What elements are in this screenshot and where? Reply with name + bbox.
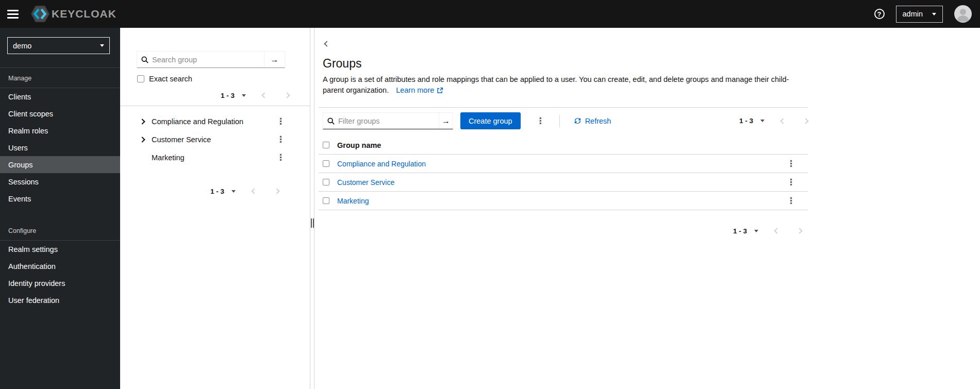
row-checkbox[interactable]: [323, 197, 329, 204]
pagination-caret-icon[interactable]: [242, 94, 246, 97]
groups-table: Group name Compliance and Regulation ⋮ C…: [319, 136, 808, 210]
tree-item-customer-service[interactable]: Customer Service ⋮: [120, 130, 310, 148]
pagination-range: 1 - 3: [739, 117, 753, 125]
table-bottom-pagination: 1 - 3: [319, 225, 802, 237]
collapse-drawer-button[interactable]: [323, 37, 331, 49]
learn-more-link[interactable]: Learn more: [396, 86, 443, 94]
person-icon: [954, 5, 972, 23]
group-search-input[interactable]: [152, 56, 260, 64]
group-search-submit-button[interactable]: →: [264, 52, 285, 67]
refresh-icon: [574, 117, 582, 125]
tree-item-compliance-and-regulation[interactable]: Compliance and Regulation ⋮: [120, 112, 310, 130]
pagination-next-icon[interactable]: [274, 188, 279, 194]
tree-panel-divider: [120, 106, 310, 106]
nav-toggle-hamburger-icon[interactable]: [7, 10, 19, 19]
caret-down-icon: [100, 44, 104, 47]
caret-down-icon: [932, 13, 936, 15]
pagination-caret-icon[interactable]: [754, 230, 758, 232]
refresh-button[interactable]: Refresh: [574, 117, 611, 125]
table-top-pagination: 1 - 3: [739, 115, 808, 127]
sidebar-item-user-federation[interactable]: User federation: [0, 292, 120, 309]
kebab-menu-icon[interactable]: ⋮: [274, 152, 287, 163]
tree-item-label[interactable]: Customer Service: [152, 136, 211, 144]
table-row: Customer Service ⋮: [319, 173, 808, 192]
exact-search-checkbox[interactable]: [137, 75, 144, 82]
tree-item-label[interactable]: Marketing: [152, 154, 185, 162]
keycloak-hexagon-icon: [30, 4, 51, 24]
row-kebab-icon[interactable]: ⋮: [785, 158, 798, 169]
masthead: KEYCLOAK ? admin: [0, 0, 980, 28]
group-search-group: →: [137, 51, 285, 68]
keycloak-logo: KEYCLOAK: [30, 4, 117, 24]
group-link-compliance-and-regulation[interactable]: Compliance and Regulation: [337, 160, 426, 168]
panel-resize-splitter[interactable]: [310, 28, 314, 389]
tree-item-marketing[interactable]: Marketing ⋮: [120, 148, 310, 166]
pagination-range: 1 - 3: [221, 92, 235, 99]
pagination-range: 1 - 3: [733, 227, 747, 235]
sidebar-item-users[interactable]: Users: [0, 139, 120, 156]
sidebar-item-authentication[interactable]: Authentication: [0, 258, 120, 275]
filter-groups-input[interactable]: [338, 117, 435, 125]
pagination-prev-icon[interactable]: [780, 118, 786, 124]
exact-search-label: Exact search: [149, 75, 192, 83]
chevron-left-icon: [324, 41, 329, 46]
pagination-next-icon[interactable]: [796, 228, 802, 233]
avatar[interactable]: [954, 5, 972, 23]
search-icon: [141, 56, 148, 63]
sidebar-item-sessions[interactable]: Sessions: [0, 173, 120, 190]
expand-chevron-icon[interactable]: [139, 119, 145, 124]
row-checkbox[interactable]: [323, 179, 329, 185]
pagination-next-icon[interactable]: [803, 118, 808, 124]
row-kebab-icon[interactable]: ⋮: [785, 177, 798, 188]
help-icon[interactable]: ?: [874, 9, 885, 19]
table-header-row: Group name: [319, 136, 808, 155]
page-description: A group is a set of attributes and role …: [323, 74, 794, 96]
sidebar-item-groups[interactable]: Groups: [0, 156, 120, 173]
realm-selector[interactable]: demo: [7, 37, 110, 54]
page-title: Groups: [323, 57, 808, 71]
sidebar-item-clients[interactable]: Clients: [0, 88, 120, 105]
tree-item-label[interactable]: Compliance and Regulation: [152, 117, 243, 126]
realm-selector-value: demo: [13, 42, 31, 50]
column-header-group-name: Group name: [337, 141, 381, 149]
filter-groups-submit-button[interactable]: →: [439, 113, 453, 129]
sidebar-item-realm-settings[interactable]: Realm settings: [0, 241, 120, 258]
sidebar-item-client-scopes[interactable]: Client scopes: [0, 105, 120, 122]
expand-chevron-icon[interactable]: [139, 137, 145, 142]
select-all-checkbox[interactable]: [323, 142, 329, 148]
group-link-marketing[interactable]: Marketing: [337, 197, 369, 205]
create-group-button[interactable]: Create group: [460, 112, 521, 129]
pagination-caret-icon[interactable]: [760, 120, 765, 122]
pagination-next-icon[interactable]: [284, 92, 290, 98]
filter-groups-group: →: [323, 112, 453, 129]
brand-text: KEYCLOAK: [52, 8, 117, 20]
kebab-menu-icon[interactable]: ⋮: [274, 116, 287, 127]
arrow-right-icon: →: [442, 116, 450, 126]
toolbar-kebab-icon[interactable]: ⋮: [534, 115, 547, 126]
pagination-prev-icon[interactable]: [261, 92, 267, 98]
search-icon: [327, 117, 335, 125]
pagination-caret-icon[interactable]: [231, 190, 236, 193]
toolbar-divider: [559, 115, 560, 127]
table-row: Marketing ⋮: [319, 192, 808, 210]
sidebar-item-realm-roles[interactable]: Realm roles: [0, 122, 120, 139]
row-kebab-icon[interactable]: ⋮: [785, 195, 798, 206]
pagination-prev-icon[interactable]: [774, 228, 779, 233]
external-link-icon: [437, 87, 443, 94]
user-menu-dropdown[interactable]: admin: [896, 6, 943, 23]
pagination-range: 1 - 3: [210, 188, 224, 195]
row-checkbox[interactable]: [323, 160, 329, 167]
sidebar: demo Manage Clients Client scopes Realm …: [0, 28, 120, 389]
group-link-customer-service[interactable]: Customer Service: [337, 178, 394, 187]
groups-toolbar: → Create group ⋮ Refresh 1 - 3: [319, 112, 808, 129]
arrow-right-icon: →: [271, 55, 279, 64]
resize-grip-icon: [311, 218, 314, 228]
sidebar-section-manage: Manage: [0, 68, 120, 88]
sidebar-item-events[interactable]: Events: [0, 190, 120, 207]
tree-bottom-pagination: 1 - 3: [120, 185, 279, 197]
refresh-label: Refresh: [585, 117, 611, 125]
pagination-prev-icon[interactable]: [251, 188, 257, 194]
sidebar-item-identity-providers[interactable]: Identity providers: [0, 275, 120, 292]
kebab-menu-icon[interactable]: ⋮: [274, 134, 287, 145]
group-tree-panel: → Exact search 1 - 3 Compliance and Regu…: [120, 28, 310, 389]
